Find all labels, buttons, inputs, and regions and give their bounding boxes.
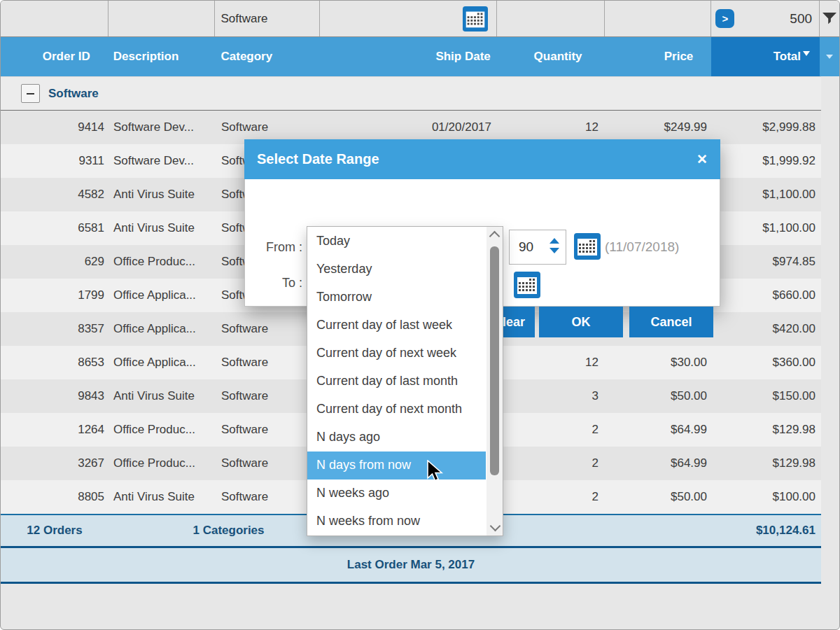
scroll-up-icon[interactable]: [489, 231, 500, 242]
number-spinner[interactable]: [550, 238, 559, 253]
apply-filter-button[interactable]: >: [715, 9, 734, 28]
cell-total: $660.00: [713, 279, 821, 312]
from-label: From :: [258, 230, 302, 265]
cell-order_id: 6581: [1, 211, 108, 245]
dropdown-item[interactable]: Current day of next month: [307, 396, 486, 424]
close-icon[interactable]: ✕: [696, 151, 708, 167]
cell-category: Software: [216, 480, 321, 514]
cell-description: Anti Virus Suite: [108, 178, 216, 211]
to-calendar-icon[interactable]: [514, 272, 540, 298]
cell-description: Software Dev...: [108, 111, 216, 144]
chevron-down-icon[interactable]: [826, 55, 833, 59]
daterange-dropdown: TodayYesterdayTomorrowCurrent day of las…: [307, 226, 503, 536]
filter-cell-order-id[interactable]: [1, 1, 108, 36]
filter-cell-quantity[interactable]: [497, 1, 605, 36]
cell-order_id: 1264: [1, 413, 108, 447]
mouse-cursor: [426, 460, 444, 482]
dropdown-item[interactable]: N days ago: [307, 424, 486, 451]
dialog-title-bar[interactable]: Select Date Range ✕: [244, 139, 720, 179]
cell-category: Software: [216, 346, 321, 379]
dropdown-item[interactable]: Tomorrow: [307, 283, 486, 311]
cell-order_id: 9843: [1, 379, 108, 413]
header-price[interactable]: Price: [605, 37, 712, 76]
filter-funnel-cell[interactable]: [820, 1, 839, 36]
cell-price: $50.00: [606, 480, 713, 514]
scroll-down-icon[interactable]: [490, 521, 501, 532]
filter-cell-price[interactable]: [605, 1, 712, 36]
from-calendar-icon[interactable]: [574, 233, 601, 260]
flexgrid-window: Software > 500 Order ID Description Cate…: [0, 0, 840, 630]
total-filter-value[interactable]: 500: [790, 11, 812, 27]
cell-price: $30.00: [606, 346, 713, 379]
dropdown-item[interactable]: Current day of last month: [307, 367, 486, 395]
dropdown-item[interactable]: Current day of next week: [307, 339, 486, 367]
cell-category: Software: [216, 447, 321, 480]
cell-description: Office Produc...: [108, 413, 216, 447]
dropdown-item[interactable]: N weeks from now: [307, 507, 486, 536]
cell-category: Software: [216, 379, 321, 413]
header-description[interactable]: Description: [108, 37, 216, 76]
n-value-text: 90: [519, 239, 533, 255]
header-quantity[interactable]: Quantity: [497, 37, 605, 76]
filter-cell-total[interactable]: > 500: [711, 1, 820, 36]
cell-total: $129.98: [713, 413, 821, 447]
cell-description: Anti Virus Suite: [108, 480, 216, 514]
dropdown-item[interactable]: Yesterday: [307, 255, 486, 283]
cell-order_id: 629: [1, 245, 108, 279]
cancel-button[interactable]: Cancel: [629, 307, 713, 337]
cell-total: $150.00: [713, 379, 821, 413]
grand-total: $10,124.61: [713, 524, 821, 538]
cell-order_id: 8357: [1, 312, 108, 346]
cell-total: $360.00: [713, 346, 821, 379]
n-value-input[interactable]: 90: [509, 230, 566, 265]
cell-price: $64.99: [606, 447, 713, 480]
cell-description: Anti Virus Suite: [108, 379, 216, 413]
orders-count: 12 Orders: [1, 524, 108, 538]
cell-category: Software: [216, 312, 321, 346]
header-total[interactable]: Total: [711, 37, 820, 76]
daterange-option-list: TodayYesterdayTomorrowCurrent day of las…: [307, 227, 486, 536]
filter-cell-ship-date[interactable]: [320, 1, 497, 36]
cell-order_id: 8653: [1, 346, 108, 379]
header-total-label: Total: [774, 50, 801, 64]
last-order-label: Last Order Mar 5, 2017: [347, 558, 475, 572]
cell-price: $50.00: [606, 379, 713, 413]
dropdown-item[interactable]: Today: [307, 227, 486, 255]
cell-order_id: 9414: [1, 111, 108, 144]
cell-quantity: 3: [498, 379, 606, 413]
collapse-group-button[interactable]: [21, 84, 40, 103]
filter-cell-description[interactable]: [108, 1, 216, 36]
ok-button[interactable]: OK: [539, 307, 623, 337]
header-order-id[interactable]: Order ID: [1, 37, 108, 76]
header-category[interactable]: Category: [216, 37, 321, 76]
dropdown-item[interactable]: Current day of last week: [307, 311, 486, 339]
cell-description: Office Produc...: [108, 447, 216, 480]
header-ship-date[interactable]: Ship Date: [320, 37, 497, 76]
sort-desc-icon: [803, 51, 810, 56]
dialog-title: Select Date Range: [257, 151, 696, 167]
header-filter-caret-cell[interactable]: [820, 37, 839, 76]
last-order-row: Last Order Mar 5, 2017: [1, 548, 821, 584]
cell-total: $420.00: [713, 312, 821, 346]
cell-total: $1,100.00: [713, 178, 821, 211]
filter-funnel-icon[interactable]: [822, 12, 837, 26]
calendar-icon[interactable]: [463, 6, 488, 31]
cell-quantity: 12: [498, 346, 606, 379]
minus-icon: [27, 93, 34, 94]
dropdown-item[interactable]: N days from now: [307, 451, 486, 479]
cell-description: Anti Virus Suite: [108, 211, 216, 245]
cell-total: $974.85: [713, 245, 821, 279]
cell-description: Office Applica...: [108, 312, 216, 346]
group-row-software[interactable]: Software: [1, 76, 821, 111]
spinner-up-icon[interactable]: [550, 238, 559, 244]
column-header-row: Order ID Description Category Ship Date …: [1, 37, 839, 76]
cell-quantity: 2: [498, 480, 606, 514]
spinner-down-icon[interactable]: [550, 248, 559, 253]
scrollbar-thumb[interactable]: [490, 246, 499, 475]
cell-price: $64.99: [606, 413, 713, 447]
filter-row: Software > 500: [1, 1, 839, 37]
dropdown-scrollbar[interactable]: [486, 227, 503, 536]
dropdown-item[interactable]: N weeks ago: [307, 479, 486, 507]
filter-cell-category[interactable]: Software: [215, 1, 320, 36]
cell-order_id: 8805: [1, 480, 108, 514]
